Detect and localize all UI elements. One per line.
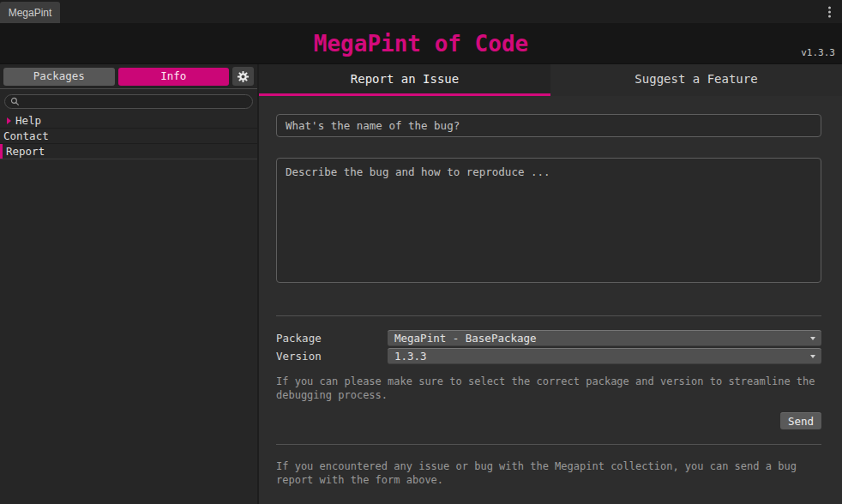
tree-item-label: Help bbox=[15, 114, 41, 127]
search-input[interactable] bbox=[24, 96, 247, 108]
package-field-row: Package MegaPint - BasePackage bbox=[276, 330, 821, 346]
info-tab-button[interactable]: Info bbox=[118, 68, 230, 86]
version-dropdown-value: 1.3.3 bbox=[394, 350, 427, 363]
hint-text: If you can please make sure to select th… bbox=[276, 375, 821, 402]
version-label: v1.3.3 bbox=[801, 47, 835, 58]
package-dropdown-value: MegaPint - BasePackage bbox=[394, 332, 537, 345]
chevron-down-icon bbox=[810, 337, 815, 340]
version-dropdown[interactable]: 1.3.3 bbox=[388, 348, 821, 364]
app-title: MegaPint of Code bbox=[314, 31, 528, 57]
settings-button[interactable] bbox=[232, 67, 254, 86]
megapint-window: MegaPint MegaPint of Code v1.3.3 Package… bbox=[0, 0, 842, 504]
version-field-row: Version 1.3.3 bbox=[276, 348, 821, 364]
tab-suggest-a-feature[interactable]: Suggest a Feature bbox=[550, 64, 842, 96]
kebab-menu-icon[interactable] bbox=[827, 4, 833, 19]
content-area: Packages Info bbox=[0, 64, 842, 504]
footer-text: If you encountered any issue or bug with… bbox=[276, 459, 821, 487]
tree-item-report[interactable]: Report bbox=[0, 144, 257, 159]
report-issue-form: Package MegaPint - BasePackage Version 1… bbox=[259, 96, 842, 504]
tree-item-label: Contact bbox=[3, 129, 49, 142]
window-tab-label: MegaPint bbox=[9, 7, 52, 19]
chevron-down-icon bbox=[810, 355, 815, 358]
sidebar-toolbar: Packages Info bbox=[0, 64, 257, 89]
content-tabs: Report an Issue Suggest a Feature bbox=[259, 64, 842, 96]
tree-item-label: Report bbox=[6, 145, 45, 158]
package-dropdown[interactable]: MegaPint - BasePackage bbox=[388, 330, 821, 346]
sidebar: Packages Info bbox=[0, 64, 259, 504]
main-panel: Report an Issue Suggest a Feature Packag… bbox=[259, 64, 842, 504]
version-field-label: Version bbox=[276, 350, 388, 363]
search-row bbox=[0, 89, 257, 113]
bug-name-input[interactable] bbox=[276, 114, 821, 137]
foldout-arrow-icon[interactable] bbox=[7, 117, 11, 124]
window-tab-megapint[interactable]: MegaPint bbox=[0, 2, 60, 23]
selection-indicator bbox=[0, 144, 3, 159]
send-button[interactable]: Send bbox=[780, 412, 821, 429]
bug-description-textarea[interactable] bbox=[276, 158, 821, 283]
packages-tab-button[interactable]: Packages bbox=[3, 68, 115, 86]
header: MegaPint of Code v1.3.3 bbox=[0, 23, 842, 64]
sidebar-tree: Help Contact Report bbox=[0, 113, 257, 159]
search-box[interactable] bbox=[4, 94, 253, 109]
gear-icon bbox=[237, 70, 250, 83]
send-row: Send bbox=[276, 412, 821, 429]
package-label: Package bbox=[276, 332, 388, 345]
window-tab-bar: MegaPint bbox=[0, 0, 842, 23]
form-divider bbox=[276, 315, 821, 316]
search-icon bbox=[10, 97, 20, 106]
tab-report-an-issue[interactable]: Report an Issue bbox=[259, 64, 550, 96]
sidebar-empty-space bbox=[0, 159, 257, 504]
tree-item-help[interactable]: Help bbox=[0, 113, 257, 129]
tree-item-contact[interactable]: Contact bbox=[0, 129, 257, 144]
footer-divider bbox=[276, 444, 821, 445]
